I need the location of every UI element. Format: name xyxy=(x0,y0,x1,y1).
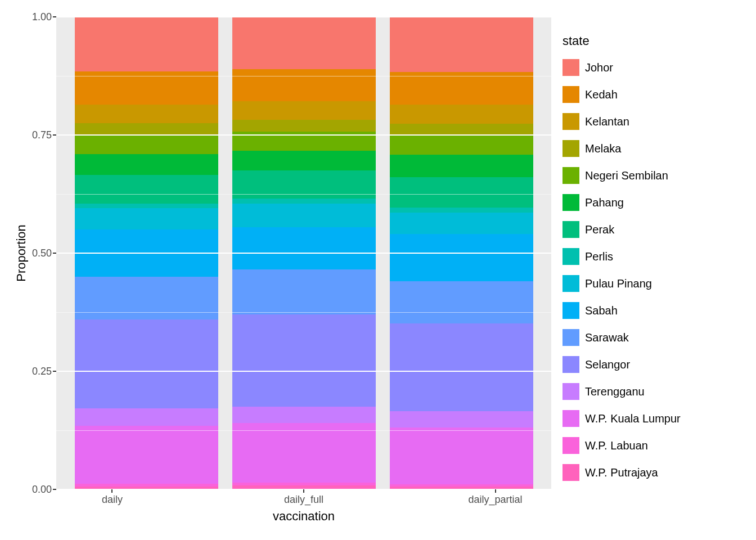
figure: 0.000.250.500.751.00 dailydaily_fulldail… xyxy=(0,0,756,540)
x-tick-label: daily_full xyxy=(284,494,323,506)
legend-swatch xyxy=(562,437,579,454)
bar-segment xyxy=(390,411,533,428)
legend-item: Perlis xyxy=(562,248,748,266)
bar-segment xyxy=(390,323,533,411)
bar-segment xyxy=(75,17,218,71)
bar-segment xyxy=(232,101,376,120)
legend-swatch xyxy=(562,329,579,346)
legend-label: W.P. Kuala Lumpur xyxy=(585,412,681,425)
legend-item: Kelantan xyxy=(562,112,748,130)
legend-swatch xyxy=(562,410,579,427)
bar-segment xyxy=(232,17,376,69)
legend-swatch xyxy=(562,275,579,292)
legend-swatch xyxy=(562,248,579,265)
bar-segment xyxy=(390,208,533,212)
legend-item: W.P. Kuala Lumpur xyxy=(562,410,748,428)
legend-swatch xyxy=(562,464,579,481)
legend-item: Johor xyxy=(562,58,748,76)
legend-label: Kelantan xyxy=(585,115,629,128)
legend-swatch xyxy=(562,86,579,103)
legend-item: W.P. Putrajaya xyxy=(562,464,748,482)
bar-segment xyxy=(390,177,533,208)
bar-segment xyxy=(75,105,218,124)
legend-item: Melaka xyxy=(562,140,748,158)
legend-label: Negeri Sembilan xyxy=(585,169,668,182)
legend-swatch xyxy=(562,113,579,130)
bar-segment xyxy=(390,213,533,234)
legend-label: Perlis xyxy=(585,250,613,263)
legend-swatch xyxy=(562,221,579,238)
legend-item: Terengganu xyxy=(562,382,748,400)
bar-segment xyxy=(75,135,218,154)
x-axis-label: vaccination xyxy=(273,509,335,524)
legend-swatch xyxy=(562,59,579,76)
legend-label: Johor xyxy=(585,61,613,74)
bar-segment xyxy=(232,151,376,170)
bar-segment xyxy=(390,234,533,281)
bar-segment xyxy=(232,227,376,270)
bar-segment xyxy=(232,423,376,483)
bar-segment xyxy=(232,269,376,314)
bar-segment xyxy=(75,277,218,320)
y-tick-label: 0.25 xyxy=(28,366,52,377)
bar-segment xyxy=(390,17,533,71)
legend-item: Sabah xyxy=(562,302,748,320)
bar-segment xyxy=(232,120,376,132)
legend-swatch xyxy=(562,140,579,157)
bar-segment xyxy=(232,204,376,227)
legend-label: Melaka xyxy=(585,142,621,155)
legend-swatch xyxy=(562,167,579,184)
legend-label: Kedah xyxy=(585,88,618,101)
legend-label: Pahang xyxy=(585,196,624,209)
legend-swatch xyxy=(562,194,579,211)
bar-segment xyxy=(75,408,218,426)
legend-item: Sarawak xyxy=(562,328,748,346)
legend-label: Selangor xyxy=(585,358,630,371)
bar-segment xyxy=(75,204,218,208)
y-tick-label: 0.00 xyxy=(28,484,52,496)
bar-segment xyxy=(232,407,376,423)
legend-label: Pulau Pinang xyxy=(585,277,652,290)
legend-label: Sarawak xyxy=(585,331,629,344)
legend-swatch xyxy=(562,356,579,373)
bar-segment xyxy=(232,314,376,407)
legend-item: Pahang xyxy=(562,194,748,212)
legend: state JohorKedahKelantanMelakaNegeri Sem… xyxy=(562,34,748,490)
bar-segment xyxy=(390,136,533,155)
legend-label: W.P. Labuan xyxy=(585,439,648,452)
legend-label: Sabah xyxy=(585,304,618,317)
legend-item: Kedah xyxy=(562,86,748,104)
bar-segment xyxy=(75,123,218,135)
bar-segment xyxy=(75,175,218,203)
legend-item: Selangor xyxy=(562,356,748,374)
y-tick-label: 0.75 xyxy=(28,129,52,141)
bar-segment xyxy=(75,71,218,105)
bar-segment xyxy=(390,105,533,124)
bar-segment xyxy=(75,208,218,230)
plot-panel xyxy=(56,17,551,489)
y-axis-label: Proportion xyxy=(14,224,29,282)
bar-segment xyxy=(390,281,533,324)
bar-segment xyxy=(232,199,376,203)
bar-segment xyxy=(75,426,218,483)
legend-label: Perak xyxy=(585,223,614,236)
bar-segment xyxy=(390,155,533,177)
legend-item: W.P. Labuan xyxy=(562,436,748,454)
legend-item: Negeri Sembilan xyxy=(562,166,748,184)
bar-segment xyxy=(75,320,218,408)
y-tick-label: 1.00 xyxy=(28,11,52,23)
legend-item: Perak xyxy=(562,220,748,238)
legend-swatch xyxy=(562,383,579,400)
bar-segment xyxy=(390,72,533,105)
legend-label: Terengganu xyxy=(585,385,645,398)
y-tick-label: 0.50 xyxy=(28,248,52,259)
x-tick-label: daily xyxy=(102,494,123,506)
bar-segment xyxy=(75,154,218,176)
bar-segment xyxy=(232,170,376,199)
legend-label: W.P. Putrajaya xyxy=(585,466,658,479)
bar-segment xyxy=(390,124,533,136)
bar-segment xyxy=(232,69,376,101)
x-tick-label: daily_partial xyxy=(469,494,523,506)
legend-item: Pulau Pinang xyxy=(562,274,748,292)
bar-segment xyxy=(390,428,533,484)
